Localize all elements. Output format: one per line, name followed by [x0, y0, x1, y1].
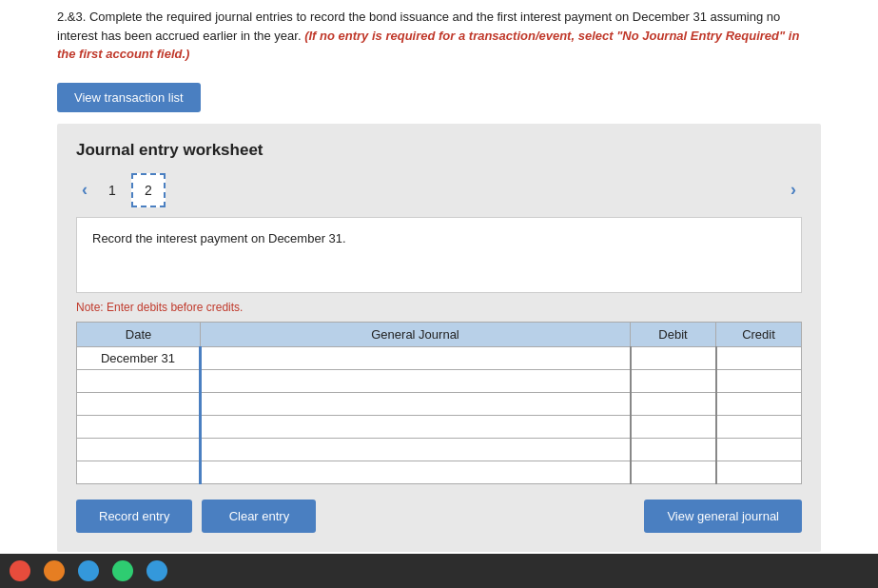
credit-input-1[interactable] [717, 347, 802, 369]
journal-cell-4[interactable] [201, 415, 631, 438]
col-header-credit: Credit [716, 322, 802, 346]
taskbar-icon-1[interactable] [10, 560, 30, 581]
record-entry-button[interactable]: Record entry [76, 500, 192, 533]
page-wrapper: 2.&3. Complete the required journal entr… [0, 0, 878, 588]
journal-input-1[interactable] [202, 347, 630, 369]
debit-cell-5[interactable] [631, 438, 716, 461]
date-cell-1: December 31 [77, 346, 201, 369]
debit-input-1[interactable] [632, 347, 715, 369]
journal-input-5[interactable] [202, 439, 630, 461]
credit-cell-1[interactable] [716, 346, 802, 369]
credit-input-4[interactable] [717, 416, 802, 438]
debit-cell-4[interactable] [631, 415, 716, 438]
tab-navigation: ‹ 1 2 › [76, 173, 802, 207]
col-header-debit: Debit [631, 322, 716, 346]
table-row [77, 438, 802, 461]
credit-input-3[interactable] [717, 393, 802, 415]
view-transaction-button[interactable]: View transaction list [57, 83, 201, 112]
taskbar-icon-4[interactable] [112, 560, 133, 581]
worksheet-container: Journal entry worksheet ‹ 1 2 › Record t… [57, 124, 821, 552]
journal-cell-6[interactable] [201, 461, 631, 483]
date-cell-3 [77, 392, 201, 415]
view-general-journal-button[interactable]: View general journal [644, 500, 802, 533]
debit-input-5[interactable] [632, 439, 715, 461]
credit-input-5[interactable] [717, 439, 802, 461]
credit-cell-5[interactable] [716, 438, 802, 461]
taskbar-icon-2[interactable] [44, 560, 65, 581]
debit-cell-3[interactable] [631, 392, 716, 415]
table-row: December 31 [77, 346, 802, 369]
description-text: Record the interest payment on December … [92, 231, 346, 245]
table-row [77, 461, 802, 483]
clear-entry-button[interactable]: Clear entry [202, 500, 316, 533]
date-cell-6 [77, 461, 201, 483]
credit-cell-6[interactable] [716, 461, 802, 483]
debit-input-4[interactable] [632, 416, 715, 438]
tab-2[interactable]: 2 [131, 173, 166, 207]
col-header-date: Date [77, 322, 201, 346]
taskbar-icon-3[interactable] [78, 560, 99, 581]
debit-cell-2[interactable] [631, 369, 716, 392]
journal-cell-3[interactable] [201, 392, 631, 415]
journal-input-3[interactable] [202, 393, 630, 415]
table-row [77, 415, 802, 438]
tab-1[interactable]: 1 [95, 173, 129, 207]
taskbar [0, 554, 878, 588]
credit-cell-2[interactable] [716, 369, 802, 392]
credit-input-6[interactable] [717, 461, 802, 483]
journal-cell-2[interactable] [201, 369, 631, 392]
view-btn-area: View transaction list [0, 71, 878, 124]
debit-cell-1[interactable] [631, 346, 716, 369]
journal-input-6[interactable] [202, 461, 630, 483]
credit-input-2[interactable] [717, 370, 802, 392]
debit-input-2[interactable] [632, 370, 715, 392]
journal-cell-5[interactable] [201, 438, 631, 461]
journal-input-4[interactable] [202, 416, 630, 438]
instruction-text: 2.&3. Complete the required journal entr… [57, 8, 821, 64]
next-tab-button[interactable]: › [785, 180, 802, 200]
credit-cell-3[interactable] [716, 392, 802, 415]
credit-cell-4[interactable] [716, 415, 802, 438]
journal-cell-1[interactable] [201, 346, 631, 369]
journal-table: Date General Journal Debit Credit Decemb… [76, 322, 802, 484]
button-row: Record entry Clear entry View general jo… [76, 500, 802, 533]
col-header-journal: General Journal [201, 322, 631, 346]
date-cell-5 [77, 438, 201, 461]
debit-input-6[interactable] [632, 461, 715, 483]
debit-cell-6[interactable] [631, 461, 716, 483]
journal-input-2[interactable] [202, 370, 630, 392]
top-section: 2.&3. Complete the required journal entr… [0, 0, 878, 71]
description-box: Record the interest payment on December … [76, 217, 802, 293]
date-cell-4 [77, 415, 201, 438]
debit-input-3[interactable] [632, 393, 715, 415]
taskbar-icon-5[interactable] [146, 560, 167, 581]
table-row [77, 369, 802, 392]
note-text: Note: Enter debits before credits. [76, 301, 802, 314]
prev-tab-button[interactable]: ‹ [76, 180, 93, 200]
table-row [77, 392, 802, 415]
date-cell-2 [77, 369, 201, 392]
worksheet-title: Journal entry worksheet [76, 141, 802, 160]
